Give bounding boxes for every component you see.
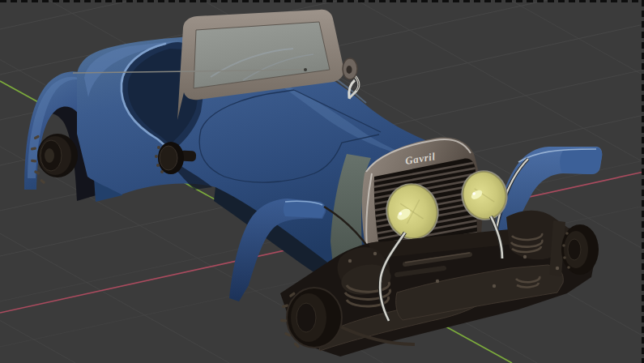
3d-viewport[interactable]: Gavril [0,0,644,363]
viewport-canvas[interactable]: Gavril [0,0,644,363]
front-right-wheel-hub [561,224,599,275]
